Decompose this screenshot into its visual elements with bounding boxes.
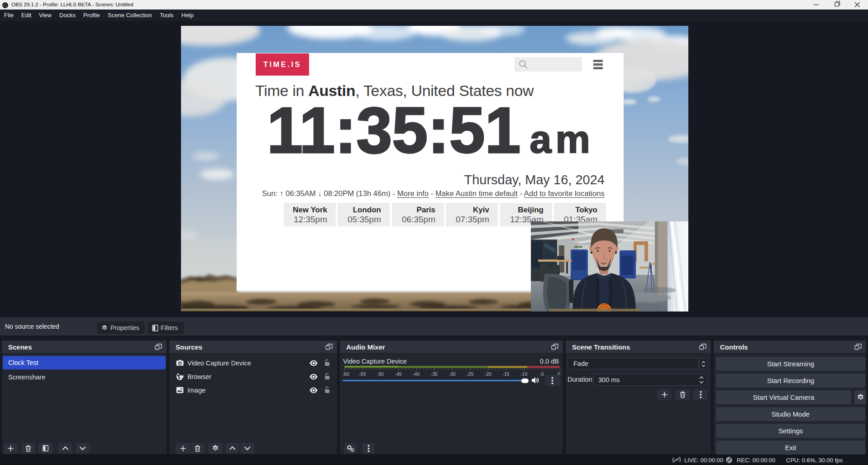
svg-text:-50: -50 <box>377 371 384 377</box>
svg-text:-35: -35 <box>431 371 438 377</box>
svg-text:-10: -10 <box>520 371 527 377</box>
svg-text:-5: -5 <box>540 371 544 377</box>
svg-text:-55: -55 <box>359 371 366 377</box>
svg-text:-60: -60 <box>342 371 349 377</box>
svg-text:-15: -15 <box>502 371 509 377</box>
svg-text:-20: -20 <box>485 371 491 377</box>
svg-text:-40: -40 <box>413 371 420 377</box>
svg-text:-30: -30 <box>448 371 455 377</box>
svg-text:-45: -45 <box>395 371 401 377</box>
svg-text:-25: -25 <box>467 371 473 377</box>
